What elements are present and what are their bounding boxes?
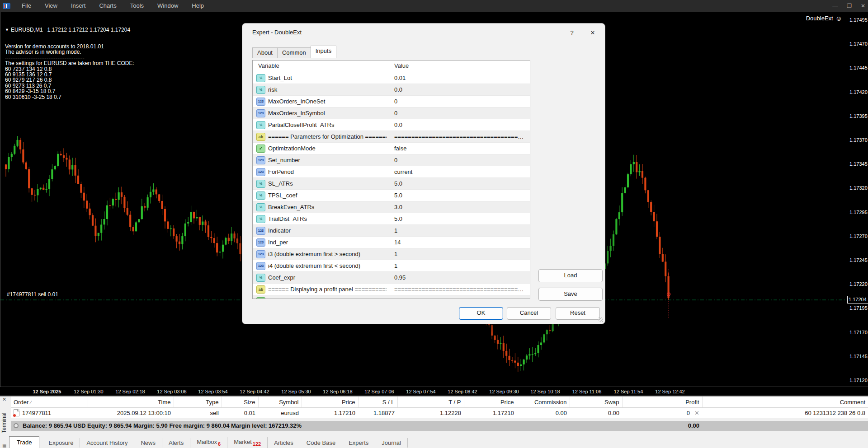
param-value[interactable]: false	[394, 298, 526, 299]
chevron-down-icon[interactable]: ▼	[5, 28, 9, 32]
param-value[interactable]: 1	[394, 227, 526, 234]
param-value[interactable]: 0	[394, 110, 526, 117]
terminal-tab-articles[interactable]: Articles	[268, 438, 300, 448]
ea-badge[interactable]: DoubleExt ☺	[806, 15, 842, 22]
param-row-maxorders-inoneset[interactable]: 123MaxOrders_InOneSet0	[253, 96, 530, 107]
param-row--displaying-a-profit-panel-[interactable]: ab====== Displaying a profit panel =====…	[253, 284, 530, 295]
orders-column-swap[interactable]: Swap	[570, 397, 622, 408]
menu-view[interactable]: View	[38, 0, 64, 12]
menu-file[interactable]: File	[15, 0, 38, 12]
cell-commission[interactable]: 0.00	[517, 408, 570, 418]
param-value[interactable]: ========================================…	[394, 133, 526, 140]
param-row-ind-per[interactable]: 123Ind_per14	[253, 237, 530, 248]
param-row-i4-double-extremum-first-secon[interactable]: 123i4 (double extremum first < second)1	[253, 260, 530, 272]
terminal-tab-trade[interactable]: Trade	[9, 436, 39, 448]
orders-column-t-p[interactable]: T / P	[397, 397, 464, 408]
terminal-tab-mailbox[interactable]: Mailbox6	[190, 437, 227, 448]
param-value[interactable]: false	[394, 145, 526, 152]
cell-type[interactable]: sell	[174, 408, 222, 418]
orders-column-type[interactable]: Type	[174, 397, 222, 408]
menu-tools[interactable]: Tools	[123, 0, 151, 12]
cell-tp[interactable]: 1.12228	[397, 408, 464, 418]
terminal-tab-account-history[interactable]: Account History	[80, 438, 134, 448]
orders-column-comment[interactable]: Comment	[702, 397, 868, 408]
param-row-forperiod[interactable]: 123ForPeriodcurrent	[253, 166, 530, 178]
cell-symbol[interactable]: eurusd	[258, 408, 302, 418]
param-value[interactable]: ========================================…	[394, 286, 526, 293]
param-value[interactable]: 5.0	[394, 215, 526, 222]
terminal-tab-experts[interactable]: Experts	[342, 438, 375, 448]
orders-column-commission[interactable]: Commission	[517, 397, 570, 408]
reset-button[interactable]: Reset	[556, 307, 600, 320]
terminal-tab-alerts[interactable]: Alerts	[162, 438, 190, 448]
resize-grip[interactable]	[599, 317, 603, 322]
dialog-close-icon[interactable]: ✕	[587, 28, 599, 38]
orders-column-symbol[interactable]: Symbol	[258, 397, 302, 408]
param-row-showprofitinfo[interactable]: ✓ShowProfitInfofalse	[253, 295, 530, 299]
orders-header-row[interactable]: Order∕TimeTypeSizeSymbolPriceS / LT / PP…	[11, 397, 868, 408]
param-row-breakeven-atrs[interactable]: ½BreakEven_ATRs3.0	[253, 201, 530, 213]
param-value[interactable]: 5.0	[394, 180, 526, 187]
tab-inputs[interactable]: Inputs	[311, 46, 336, 58]
cell-sl[interactable]: 1.18877	[358, 408, 397, 418]
param-row-traildist-atrs[interactable]: ½TrailDist_ATRs5.0	[253, 213, 530, 225]
order-row[interactable]: 1749778112025.09.12 13:00:10sell0.01euru…	[11, 408, 868, 418]
param-value[interactable]: current	[394, 168, 526, 175]
param-row-coef-expr[interactable]: ½Coef_expr0.95	[253, 272, 530, 284]
time-axis[interactable]: 12 Sep 202512 Sep 01:3012 Sep 02:1812 Se…	[0, 387, 868, 396]
param-row-sl-atrs[interactable]: ½SL_ATRs5.0	[253, 178, 530, 190]
param-row--parameters-for-optimization-[interactable]: ab====== Parameters for Optimization ===…	[253, 131, 530, 143]
cell-swap[interactable]: 0.00	[570, 408, 622, 418]
param-row-risk[interactable]: ½risk0.0	[253, 84, 530, 96]
terminal-tab-exposure[interactable]: Exposure	[42, 438, 80, 448]
param-value[interactable]: 0.01	[394, 75, 526, 81]
menu-insert[interactable]: Insert	[64, 0, 93, 12]
orders-column-time[interactable]: Time	[88, 397, 174, 408]
param-value[interactable]: 0	[394, 157, 526, 163]
help-icon[interactable]: ?	[567, 28, 577, 38]
restore-icon[interactable]: ❐	[847, 3, 852, 9]
param-row-start-lot[interactable]: ½Start_Lot0.01	[253, 72, 530, 84]
menu-help[interactable]: Help	[185, 0, 211, 12]
terminal-tab-code-base[interactable]: Code Base	[300, 438, 342, 448]
orders-column-price[interactable]: Price	[302, 397, 358, 408]
param-row-set-number[interactable]: 123Set_number0	[253, 154, 530, 166]
orders-column-profit[interactable]: Profit	[622, 397, 702, 408]
cell-time[interactable]: 2025.09.12 13:00:10	[88, 408, 174, 418]
price-axis[interactable]: 1.174951.174701.174451.174201.173951.173…	[847, 12, 868, 387]
param-row-indicator[interactable]: 123Indicator1	[253, 225, 530, 237]
param-row-i3-double-extremum-first-secon[interactable]: 123i3 (double extremum first > second)1	[253, 248, 530, 260]
terminal-close-icon[interactable]: ✕	[2, 397, 6, 402]
param-value[interactable]: 3.0	[394, 204, 526, 210]
orders-column-size[interactable]: Size	[222, 397, 258, 408]
param-row-optimizationmode[interactable]: ✓OptimizationModefalse	[253, 143, 530, 154]
cell-open-price[interactable]: 1.17210	[302, 408, 358, 418]
param-row-maxorders-insymbol[interactable]: 123MaxOrders_InSymbol0	[253, 107, 530, 119]
menu-window[interactable]: Window	[151, 0, 185, 12]
orders-column-price[interactable]: Price	[464, 397, 517, 408]
param-value[interactable]: 0.0	[394, 86, 526, 93]
param-row-tpsl-coef[interactable]: ½TPSL_coef5.0	[253, 190, 530, 201]
close-icon[interactable]: ✕	[861, 3, 865, 9]
minimize-icon[interactable]: —	[832, 3, 838, 9]
terminal-tab-market[interactable]: Market122	[227, 437, 268, 448]
param-value[interactable]: 14	[394, 239, 526, 246]
cell-current-price[interactable]: 1.17210	[464, 408, 517, 418]
terminal-tab-news[interactable]: News	[134, 438, 162, 448]
orders-column-s-l[interactable]: S / L	[358, 397, 397, 408]
load-button[interactable]: Load	[538, 269, 603, 282]
cancel-button[interactable]: Cancel	[507, 307, 551, 320]
ok-button[interactable]: OK	[459, 307, 503, 320]
param-value[interactable]: 0	[394, 98, 526, 105]
menu-charts[interactable]: Charts	[92, 0, 123, 12]
terminal-tab-journal[interactable]: Journal	[375, 438, 408, 448]
cell-order[interactable]: 174977811	[11, 408, 88, 418]
param-value[interactable]: 0.95	[394, 274, 526, 281]
close-order-icon[interactable]: ✕	[694, 410, 699, 416]
orders-column-order[interactable]: Order∕	[11, 397, 88, 408]
cell-size[interactable]: 0.01	[222, 408, 258, 418]
param-value[interactable]: 1	[394, 251, 526, 257]
param-row-partialcloseifprofit-atrs[interactable]: ½PartialCloseIfProfit_ATRs0.0	[253, 119, 530, 131]
ea-smiley-icon[interactable]: ☺	[835, 15, 842, 21]
terminal-grid-icon[interactable]: ▦	[2, 443, 6, 448]
